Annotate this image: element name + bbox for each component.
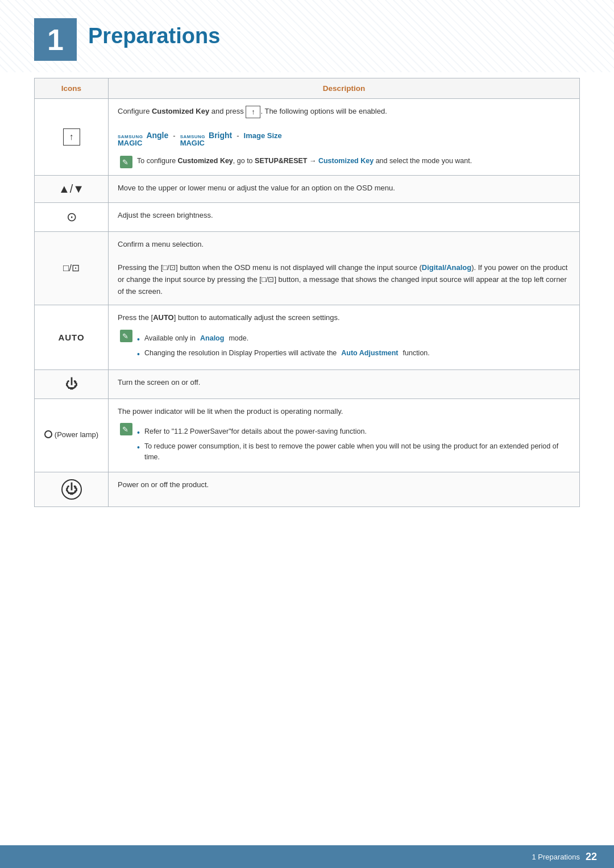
icons-table: Icons Description ↑ Configure Customized… (34, 78, 580, 507)
col-icons-header: Icons (35, 78, 109, 99)
magic-angle-item: SAMSUNG MAGIC (118, 135, 143, 147)
chapter-title: Preparations (77, 17, 220, 48)
brightness-icon: ⊙ (67, 210, 77, 224)
list-item: Available only in Analog mode. (137, 333, 430, 346)
lamp-bullet-list: Refer to "11.2 PowerSaver"for details ab… (137, 426, 570, 465)
footer-page-number: 22 (586, 851, 597, 863)
note-icon-lamp (120, 423, 132, 435)
desc-cell-updown: Move to the upper or lower menu or adjus… (109, 175, 580, 202)
image-size-text: Image Size (244, 130, 282, 142)
icon-cell-power-lamp: (Power lamp) (35, 398, 109, 472)
col-description-header: Description (109, 78, 580, 99)
list-item: Changing the resolution in Display Prope… (137, 348, 430, 360)
digital-analog-text: Digital/Analog (422, 263, 471, 272)
note-block-power-lamp: Refer to "11.2 PowerSaver"for details ab… (118, 423, 570, 465)
power-button-icon: ⏻ (61, 479, 82, 500)
icon-cell-monitor: □/⊡ (35, 231, 109, 305)
footer-label: 1 Preparations (532, 853, 580, 861)
auto-bullet-list: Available only in Analog mode. Changing … (137, 333, 430, 363)
desc-cell-customized-key: Configure Customized Key and press ↑. Th… (109, 99, 580, 176)
table-row: ⏻ Power on or off the product. (35, 472, 580, 506)
icon-cell-auto: AUTO (35, 305, 109, 369)
list-item: Refer to "11.2 PowerSaver"for details ab… (137, 426, 570, 439)
desc-cell-power-button: Power on or off the product. (109, 472, 580, 506)
power-toggle-icon: ⏻ (65, 377, 78, 391)
desc-cell-power-lamp: The power indicator will be lit when the… (109, 398, 580, 472)
note-text-customized-key: To configure Customized Key, go to SETUP… (137, 156, 472, 167)
desc-cell-auto: Press the [AUTO] button to automatically… (109, 305, 580, 369)
updown-arrow-icon: ▲/▼ (59, 182, 84, 195)
note-icon (120, 156, 132, 168)
icon-cell-updown: ▲/▼ (35, 175, 109, 202)
icon-cell-power-toggle: ⏻ (35, 369, 109, 398)
note-icon-auto (120, 330, 132, 342)
monitor-icon: □/⊡ (63, 263, 80, 273)
desc-cell-monitor: Confirm a menu selection. Pressing the [… (109, 231, 580, 305)
table-row: (Power lamp) The power indicator will be… (35, 398, 580, 472)
chapter-number: 1 (34, 18, 77, 61)
auto-label: AUTO (58, 333, 84, 342)
customized-key-bold: Customized Key (152, 107, 209, 115)
icon-cell-brightness: ⊙ (35, 202, 109, 231)
desc-cell-brightness: Adjust the screen brightness. (109, 202, 580, 231)
table-row: □/⊡ Confirm a menu selection. Pressing t… (35, 231, 580, 305)
table-row: ↑ Configure Customized Key and press ↑. … (35, 99, 580, 176)
icon-cell-up-arrow: ↑ (35, 99, 109, 176)
page-footer: 1 Preparations 22 (0, 845, 614, 868)
page-header: 1 Preparations (0, 0, 614, 72)
desc-cell-power-toggle: Turn the screen on or off. (109, 369, 580, 398)
table-row: ⊙ Adjust the screen brightness. (35, 202, 580, 231)
icon-cell-power-button: ⏻ (35, 472, 109, 506)
note-block-auto: Available only in Analog mode. Changing … (118, 330, 570, 363)
table-row: ⏻ Turn the screen on or off. (35, 369, 580, 398)
note-block-customized-key: To configure Customized Key, go to SETUP… (118, 156, 570, 168)
table-row: ▲/▼ Move to the upper or lower menu or a… (35, 175, 580, 202)
up-arrow-icon: ↑ (63, 128, 80, 146)
magic-options-row: SAMSUNG MAGIC Angle - SAMSUNG MAGIC Brig… (118, 130, 282, 147)
table-row: AUTO Press the [AUTO] button to automati… (35, 305, 580, 369)
power-lamp-icon: (Power lamp) (44, 430, 98, 439)
main-content: Icons Description ↑ Configure Customized… (0, 78, 614, 530)
magic-bright-item: SAMSUNG MAGIC (180, 135, 205, 147)
list-item: To reduce power consumption, it is best … (137, 441, 570, 463)
